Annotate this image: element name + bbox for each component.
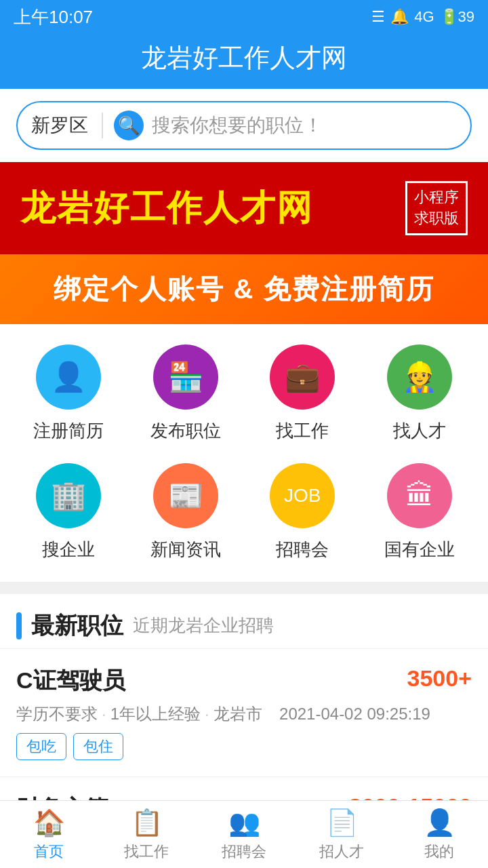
icon-circle-find-talent: 👷 <box>387 344 452 410</box>
icon-label-news: 新闻资讯 <box>150 538 221 561</box>
nav-label-mine: 我的 <box>424 842 454 862</box>
icon-item-find-talent[interactable]: 👷找人才 <box>365 344 475 443</box>
nav-icon-home: 🏠 <box>33 808 65 837</box>
icon-circle-post-job: 🏪 <box>153 344 218 410</box>
icon-grid: 👤注册简历🏪发布职位💼找工作👷找人才🏢搜企业📰新闻资讯JOB招聘会🏛国有企业 <box>0 324 488 582</box>
icon-item-news[interactable]: 📰新闻资讯 <box>131 463 241 561</box>
job-meta: 学历不要求·1年以上经验·龙岩市 2021-04-02 09:25:19 <box>16 703 472 725</box>
icon-label-register-resume: 注册简历 <box>33 419 104 443</box>
nav-icon-find-work: 📋 <box>131 808 163 837</box>
nav-item-job-fair-nav[interactable]: 👥招聘会 <box>195 808 293 862</box>
job-card[interactable]: C证驾驶员3500+学历不要求·1年以上经验·龙岩市 2021-04-02 09… <box>0 649 488 777</box>
app-title: 龙岩好工作人才网 <box>0 41 488 75</box>
status-icons: ☰ 🔔 4G 🔋39 <box>371 8 474 26</box>
icon-circle-find-job: 💼 <box>270 344 335 410</box>
banner-orange-text: 绑定个人账号 & 免费注册简历 <box>20 271 468 308</box>
job-salary: 3500+ <box>407 665 472 692</box>
icon-item-job-fair[interactable]: JOB招聘会 <box>247 463 358 561</box>
icon-label-state-enterprise: 国有企业 <box>384 538 455 561</box>
bell-icon: 🔔 <box>390 8 409 26</box>
nav-item-recruit-talent[interactable]: 📄招人才 <box>293 808 390 862</box>
icon-item-state-enterprise[interactable]: 🏛国有企业 <box>365 463 475 561</box>
icon-item-find-company[interactable]: 🏢搜企业 <box>14 463 124 561</box>
network-icon: 4G <box>414 8 434 26</box>
status-time: 上午10:07 <box>14 5 93 29</box>
icon-circle-state-enterprise: 🏛 <box>387 463 452 528</box>
section-header: 最新职位 近期龙岩企业招聘 <box>0 594 488 649</box>
nav-icon-job-fair-nav: 👥 <box>228 808 260 837</box>
section-subtitle: 近期龙岩企业招聘 <box>133 614 274 637</box>
job-tags: 包吃包住 <box>16 733 472 760</box>
nav-label-recruit-talent: 招人才 <box>319 842 364 862</box>
nav-label-home: 首页 <box>34 842 64 862</box>
job-tag: 包吃 <box>16 733 66 760</box>
search-container: 新罗区 🔍 搜索你想要的职位！ <box>0 89 488 162</box>
icon-item-find-job[interactable]: 💼找工作 <box>247 344 358 443</box>
icon-item-post-job[interactable]: 🏪发布职位 <box>131 344 241 443</box>
nav-label-job-fair-nav: 招聘会 <box>222 842 266 862</box>
job-title: C证驾驶员 <box>16 665 125 696</box>
battery-icon: 🔋39 <box>440 8 474 26</box>
signal-icon: ☰ <box>371 8 385 26</box>
bottom-nav: 🏠首页📋找工作👥招聘会📄招人才👤我的 <box>0 800 488 868</box>
icon-label-job-fair: 招聘会 <box>276 538 329 561</box>
section-divider <box>0 582 488 594</box>
search-icon: 🔍 <box>114 111 144 140</box>
icon-label-find-talent: 找人才 <box>393 419 446 443</box>
banner-red-badge: 小程序 求职版 <box>405 181 468 235</box>
section-bar <box>16 612 22 639</box>
search-placeholder: 搜索你想要的职位！ <box>152 113 323 138</box>
app-header: 龙岩好工作人才网 <box>0 34 488 89</box>
icon-circle-job-fair: JOB <box>270 463 335 528</box>
icon-label-post-job: 发布职位 <box>150 419 221 443</box>
icon-item-register-resume[interactable]: 👤注册简历 <box>14 344 124 443</box>
nav-icon-recruit-talent: 📄 <box>326 808 358 837</box>
icon-circle-news: 📰 <box>153 463 218 528</box>
icon-circle-find-company: 🏢 <box>36 463 101 528</box>
icon-circle-register-resume: 👤 <box>36 344 101 410</box>
nav-item-find-work[interactable]: 📋找工作 <box>98 808 195 862</box>
banner-red-title: 龙岩好工作人才网 <box>20 184 313 232</box>
icon-label-find-job: 找工作 <box>276 419 329 443</box>
search-input-area[interactable]: 🔍 搜索你想要的职位！ <box>103 111 470 140</box>
banner-orange[interactable]: 绑定个人账号 & 免费注册简历 <box>0 254 488 324</box>
nav-icon-mine: 👤 <box>424 808 455 837</box>
nav-item-home[interactable]: 🏠首页 <box>0 808 98 862</box>
icon-label-find-company: 搜企业 <box>42 538 95 561</box>
section-title: 最新职位 <box>31 610 123 642</box>
job-tag: 包住 <box>73 733 123 760</box>
banner-red[interactable]: 龙岩好工作人才网 小程序 求职版 <box>0 162 488 254</box>
search-bar[interactable]: 新罗区 🔍 搜索你想要的职位！ <box>16 101 472 150</box>
nav-label-find-work: 找工作 <box>124 842 169 862</box>
nav-item-mine[interactable]: 👤我的 <box>390 808 488 862</box>
search-region[interactable]: 新罗区 <box>18 113 103 138</box>
status-bar: 上午10:07 ☰ 🔔 4G 🔋39 <box>0 0 488 34</box>
